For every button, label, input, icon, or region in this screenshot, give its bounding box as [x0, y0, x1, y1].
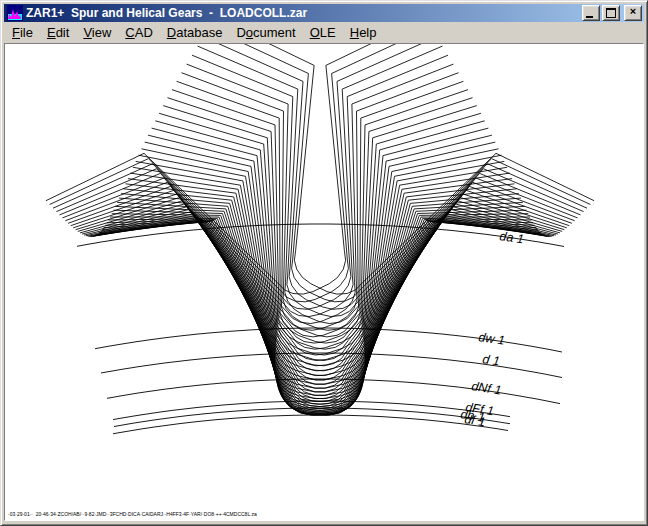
diameter-label: dw 1 [478, 330, 506, 348]
rack-cutter-position [110, 217, 530, 415]
diameter-label: d 1 [482, 352, 501, 368]
menu-item-view[interactable]: View [76, 23, 118, 42]
title-bar[interactable]: ZAR1+ Spur and Helical Gears - LOADCOLL.… [4, 4, 644, 22]
menu-item-file[interactable]: File [5, 23, 40, 42]
menu-item-ole[interactable]: OLE [303, 23, 343, 42]
diameter-label: df 1 [464, 412, 487, 429]
menu-item-edit[interactable]: Edit [40, 23, 76, 42]
gear-mesh-drawing: da 1dw 1d 1dNf 1dFf 1db 1df 1 [5, 44, 647, 524]
menu-item-database[interactable]: Database [160, 23, 230, 42]
minimize-icon [586, 16, 593, 18]
client-area: da 1dw 1d 1dNf 1dFf 1db 1df 1 ·03·29·01·… [4, 43, 644, 521]
maximize-button[interactable] [602, 5, 620, 21]
maximize-icon [606, 8, 616, 18]
rack-cutter-position [102, 198, 521, 412]
close-icon: × [625, 5, 641, 17]
menu-item-cad[interactable]: CAD [118, 23, 159, 42]
menu-bar: FileEditViewCADDatabaseDocumentOLEHelp [4, 22, 644, 43]
diameter-label: dNf 1 [471, 379, 503, 398]
drawing-footer-text: ·03·29·01·· 20·46·34·ZCOH/AB/··9·82·JMD·… [8, 512, 257, 517]
rack-cutter-position [82, 128, 488, 376]
diameter-label: da 1 [499, 229, 525, 246]
rack-cutter-position [105, 206, 525, 414]
menu-item-document[interactable]: Document [229, 23, 302, 42]
close-button[interactable]: × [624, 5, 642, 21]
minimize-button[interactable] [582, 5, 600, 21]
window-title: ZAR1+ Spur and Helical Gears - LOADCOLL.… [26, 4, 580, 22]
app-window: ZAR1+ Spur and Helical Gears - LOADCOLL.… [0, 0, 648, 526]
zar-gear-wave-icon [7, 5, 23, 21]
menu-item-help[interactable]: Help [343, 23, 384, 42]
